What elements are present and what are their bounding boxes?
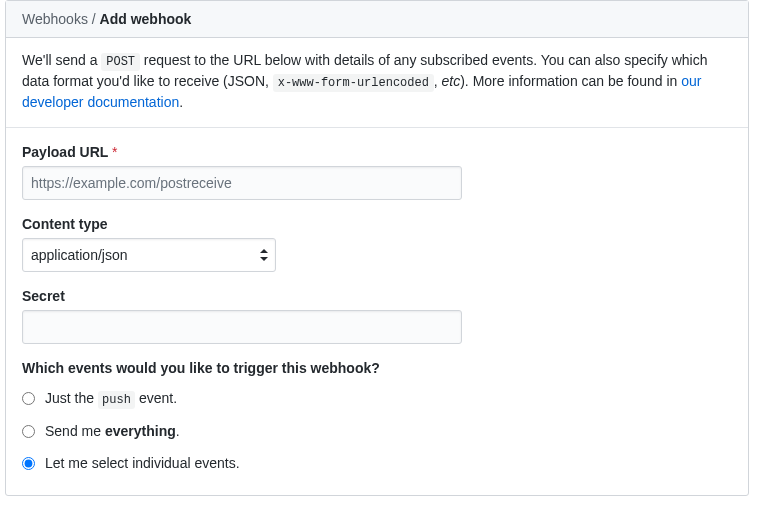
- required-asterisk: *: [112, 144, 117, 160]
- intro-fragment: ). More information can be found in: [460, 73, 681, 89]
- events-group: Which events would you like to trigger t…: [22, 360, 732, 479]
- content-type-group: Content type application/json: [22, 216, 732, 272]
- payload-url-group: Payload URL *: [22, 144, 732, 200]
- secret-group: Secret: [22, 288, 732, 344]
- intro-text: We'll send a POST request to the URL bel…: [6, 38, 748, 128]
- events-radio-everything[interactable]: [22, 425, 35, 438]
- intro-fragment: We'll send a: [22, 52, 101, 68]
- events-radio-push[interactable]: [22, 392, 35, 405]
- content-type-label: Content type: [22, 216, 732, 232]
- events-option-push[interactable]: Just the push event.: [22, 382, 732, 415]
- payload-url-input[interactable]: [22, 166, 462, 200]
- intro-em: etc: [442, 73, 461, 89]
- intro-code-post: POST: [101, 53, 139, 72]
- events-option-individual[interactable]: Let me select individual events.: [22, 447, 732, 479]
- breadcrumb-current: Add webhook: [100, 11, 192, 27]
- events-option-everything[interactable]: Send me everything.: [22, 415, 732, 447]
- events-label-individual[interactable]: Let me select individual events.: [45, 455, 240, 471]
- intro-fragment: ,: [434, 73, 442, 89]
- intro-code-urlencoded: x-www-form-urlencoded: [273, 74, 434, 93]
- breadcrumb: Webhooks / Add webhook: [6, 1, 748, 38]
- events-heading: Which events would you like to trigger t…: [22, 360, 732, 376]
- payload-url-label: Payload URL *: [22, 144, 732, 160]
- breadcrumb-parent-link[interactable]: Webhooks: [22, 11, 88, 27]
- events-radio-individual[interactable]: [22, 457, 35, 470]
- secret-input[interactable]: [22, 310, 462, 344]
- content-type-select[interactable]: application/json: [22, 238, 276, 272]
- events-label-push[interactable]: Just the push event.: [45, 390, 177, 407]
- form-body: Payload URL * Content type application/j…: [6, 128, 748, 495]
- breadcrumb-separator: /: [92, 11, 96, 27]
- webhook-panel: Webhooks / Add webhook We'll send a POST…: [5, 0, 749, 496]
- secret-label: Secret: [22, 288, 732, 304]
- intro-fragment: .: [179, 94, 183, 110]
- events-label-everything[interactable]: Send me everything.: [45, 423, 180, 439]
